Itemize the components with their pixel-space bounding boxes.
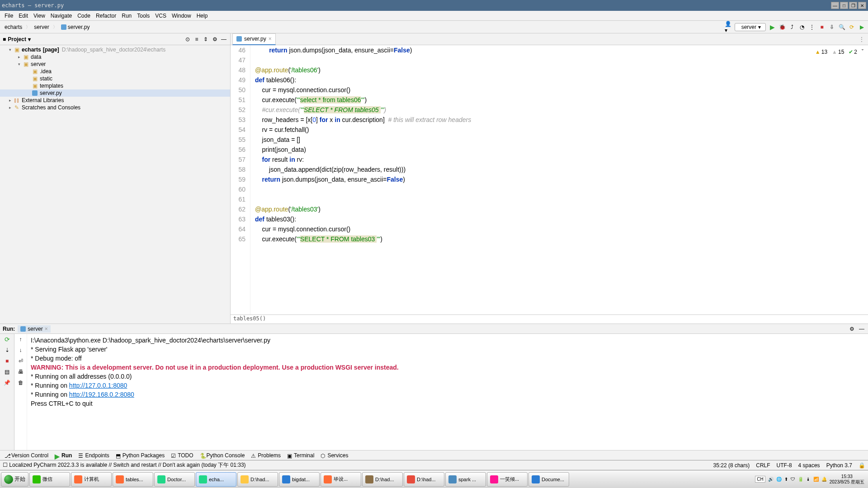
up-icon[interactable]: ↑ bbox=[17, 336, 24, 343]
tab-todo[interactable]: ☑TODO bbox=[171, 452, 193, 459]
taskbar-item[interactable]: 毕设... bbox=[321, 472, 361, 487]
print-icon[interactable]: 🖶 bbox=[17, 368, 24, 375]
menu-view[interactable]: View bbox=[31, 13, 48, 19]
expand-icon[interactable]: ≡ bbox=[193, 36, 200, 43]
restore-button[interactable]: ❐ bbox=[849, 2, 857, 9]
tree-folder-data[interactable]: ▸ ▣ data bbox=[0, 53, 230, 61]
locate-icon[interactable]: ⊙ bbox=[184, 36, 191, 43]
tray-icon[interactable]: 🌐 bbox=[776, 477, 782, 482]
taskbar-item[interactable]: Docume... bbox=[528, 472, 569, 487]
tray-icon[interactable]: 📶 bbox=[813, 477, 819, 482]
taskbar-item[interactable]: echa... bbox=[196, 472, 236, 487]
menu-navigate[interactable]: Navigate bbox=[48, 13, 75, 19]
layout-icon[interactable]: ▤ bbox=[4, 368, 11, 375]
taskbar-item[interactable]: spark ... bbox=[445, 472, 486, 487]
taskbar-item[interactable]: tables... bbox=[113, 472, 153, 487]
hide-icon[interactable]: — bbox=[858, 325, 865, 333]
close-icon[interactable]: × bbox=[45, 326, 48, 332]
menu-code[interactable]: Code bbox=[75, 13, 93, 19]
tree-folder-idea[interactable]: ▣ .idea bbox=[0, 68, 230, 75]
breadcrumb-root[interactable]: echarts bbox=[3, 23, 24, 31]
trash-icon[interactable]: 🗑 bbox=[17, 379, 24, 386]
pin-icon[interactable]: 📌 bbox=[4, 379, 11, 386]
taskbar-item[interactable]: 微信 bbox=[29, 472, 70, 487]
editor-tab-serverpy[interactable]: server.py × bbox=[232, 33, 276, 45]
run-config-dropdown[interactable]: server ▾ bbox=[735, 23, 766, 31]
tray-icon[interactable]: 🛡 bbox=[791, 477, 795, 482]
tabs-more-icon[interactable]: ⋮ bbox=[859, 36, 864, 42]
menu-file[interactable]: File bbox=[2, 13, 16, 19]
ime-indicator[interactable]: CH bbox=[755, 476, 765, 483]
debug-button[interactable]: 🐞 bbox=[778, 23, 786, 31]
sync-icon[interactable]: ⟳ bbox=[848, 23, 855, 31]
status-encoding[interactable]: UTF-8 bbox=[777, 462, 792, 469]
minimize-button[interactable]: — bbox=[831, 2, 839, 9]
status-lock-icon[interactable]: 🔒 bbox=[859, 462, 865, 469]
tab-terminal[interactable]: ▣Terminal bbox=[287, 452, 314, 459]
maximize-button[interactable]: □ bbox=[840, 2, 848, 9]
down-icon[interactable]: ↓ bbox=[17, 347, 24, 354]
status-indent[interactable]: 4 spaces bbox=[798, 462, 820, 469]
tray-icon[interactable]: ⬆ bbox=[784, 477, 788, 482]
taskbar-item[interactable]: 计算机 bbox=[71, 472, 112, 487]
menu-edit[interactable]: Edit bbox=[16, 13, 31, 19]
menu-refactor[interactable]: Refactor bbox=[93, 13, 119, 19]
console-link[interactable]: http://192.168.0.2:8080 bbox=[69, 391, 134, 398]
tray-icon[interactable]: 🔔 bbox=[821, 477, 827, 482]
menu-help[interactable]: Help bbox=[194, 13, 211, 19]
close-button[interactable]: ✕ bbox=[858, 2, 866, 9]
attach-icon[interactable]: ⇣ bbox=[4, 347, 11, 354]
taskbar-item[interactable]: bigdat... bbox=[279, 472, 320, 487]
tab-run[interactable]: ▶Run bbox=[55, 452, 72, 459]
breadcrumb-file[interactable]: server.py bbox=[59, 23, 92, 31]
more-run-button[interactable]: ⋮ bbox=[808, 23, 816, 31]
tab-problems[interactable]: ⚠Problems bbox=[251, 452, 281, 459]
stop-button[interactable]: ■ bbox=[818, 23, 826, 31]
tree-root[interactable]: ▾ ▣ echarts [page] D:\hadoop_spark_hive_… bbox=[0, 46, 230, 53]
profile-button[interactable]: ◔ bbox=[798, 23, 806, 31]
project-header-label[interactable]: ■ Project ▾ bbox=[3, 36, 31, 42]
wrap-icon[interactable]: ⏎ bbox=[17, 357, 24, 365]
tree-file-serverpy[interactable]: server.py bbox=[0, 89, 230, 97]
ide-errors-icon[interactable]: ▶ bbox=[858, 23, 865, 31]
start-button[interactable]: 开始 bbox=[1, 472, 28, 487]
tab-endpoints[interactable]: ☰Endpoints bbox=[78, 452, 109, 459]
taskbar-item[interactable]: D:\had... bbox=[362, 472, 403, 487]
taskbar-item[interactable]: D:\had... bbox=[237, 472, 278, 487]
tree-scratches[interactable]: ▸ ✎ Scratches and Consoles bbox=[0, 104, 230, 111]
status-line-sep[interactable]: CRLF bbox=[756, 462, 770, 469]
run-tab[interactable]: server × bbox=[18, 325, 50, 333]
system-tray[interactable]: CH 🔊 🌐 ⬆ 🛡 🔋 🌡 📶 🔔 15:33 2023/8/25 星期五 bbox=[752, 474, 867, 485]
tab-python-packages[interactable]: ⬒Python Packages bbox=[116, 452, 165, 459]
close-tab-icon[interactable]: × bbox=[269, 36, 272, 42]
stop-icon[interactable]: ■ bbox=[4, 357, 11, 365]
ok-count[interactable]: 2 bbox=[849, 47, 857, 57]
run-button[interactable]: ▶ bbox=[769, 23, 776, 31]
console-link[interactable]: http://127.0.0.1:8080 bbox=[69, 382, 127, 389]
tree-folder-server[interactable]: ▾ ▣ server bbox=[0, 61, 230, 68]
collapse-icon[interactable]: ⇕ bbox=[202, 36, 209, 43]
status-interpreter[interactable]: Python 3.7 bbox=[826, 462, 852, 469]
rerun-icon[interactable]: ⟳ bbox=[4, 336, 11, 343]
editor-breadcrumb[interactable]: tables05() bbox=[231, 314, 868, 324]
inspection-chevron-icon[interactable]: ˇ bbox=[862, 47, 863, 57]
taskbar-item[interactable]: 一笑倾... bbox=[487, 472, 528, 487]
menu-run[interactable]: Run bbox=[119, 13, 134, 19]
menu-vcs[interactable]: VCS bbox=[152, 13, 169, 19]
tree-folder-templates[interactable]: ▣ templates bbox=[0, 82, 230, 89]
menu-window[interactable]: Window bbox=[169, 13, 194, 19]
taskbar-item[interactable]: D:\had... bbox=[404, 472, 444, 487]
tree-external-libraries[interactable]: ▸ ⫿⫿ External Libraries bbox=[0, 97, 230, 104]
tray-icon[interactable]: 🔊 bbox=[768, 477, 774, 482]
tree-folder-static[interactable]: ▣ static bbox=[0, 75, 230, 82]
code-content[interactable]: return json.dumps(json_data, ensure_asci… bbox=[250, 45, 471, 314]
gear-icon[interactable]: ⚙ bbox=[211, 36, 218, 43]
tab-python-console[interactable]: 🐍Python Console bbox=[200, 452, 245, 459]
project-tree[interactable]: ▾ ▣ echarts [page] D:\hadoop_spark_hive_… bbox=[0, 45, 230, 324]
search-icon[interactable]: 🔍 bbox=[838, 23, 845, 31]
tab-version-control[interactable]: ⎇Version Control bbox=[5, 452, 48, 459]
weak-warnings-count[interactable]: 15 bbox=[832, 47, 844, 57]
tray-icon[interactable]: 🌡 bbox=[806, 477, 811, 482]
vcs-commit-icon[interactable]: ⇩ bbox=[828, 23, 835, 31]
menu-tools[interactable]: Tools bbox=[134, 13, 152, 19]
